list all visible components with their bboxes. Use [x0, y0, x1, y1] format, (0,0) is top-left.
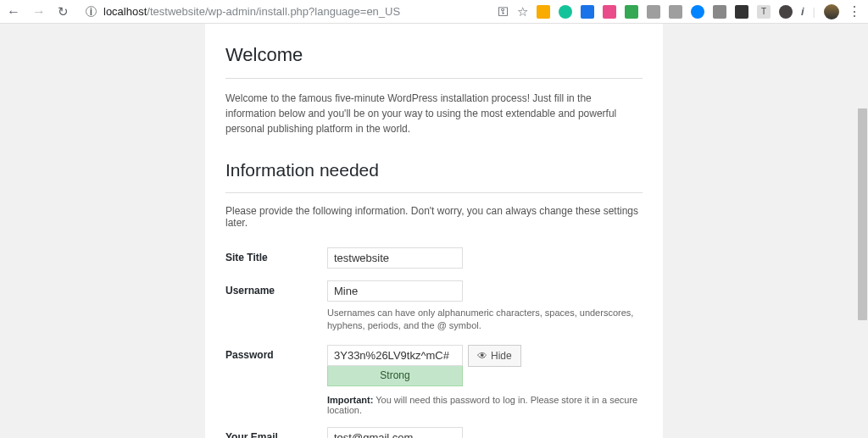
browser-menu-icon[interactable]: ⋮ [848, 3, 861, 19]
password-important-note: Important: You will need this password t… [327, 395, 643, 415]
extension-icon[interactable] [713, 5, 726, 19]
extension-icon[interactable] [669, 5, 682, 19]
profile-avatar[interactable] [824, 4, 839, 19]
section-subtext: Please provide the following information… [225, 205, 643, 229]
extension-icon[interactable] [691, 5, 704, 19]
extension-icon[interactable] [647, 5, 660, 19]
password-label: Password [225, 345, 327, 361]
url-path: /testwebsite/wp-admin/install.php?langua… [147, 5, 400, 18]
username-label: Username [225, 280, 327, 297]
back-button[interactable]: ← [7, 4, 20, 19]
bookmark-star-icon[interactable]: ☆ [517, 4, 528, 19]
username-input[interactable] [327, 280, 463, 302]
scrollbar-track[interactable] [856, 24, 868, 438]
site-title-label: Site Title [225, 247, 327, 263]
hide-password-button[interactable]: 👁 Hide [468, 345, 521, 367]
username-hint: Usernames can have only alphanumeric cha… [327, 307, 643, 333]
extension-icon[interactable]: i [801, 5, 804, 18]
extension-icon[interactable] [559, 5, 572, 19]
email-input[interactable] [327, 427, 463, 438]
reload-button[interactable]: ↻ [58, 4, 69, 19]
password-strength-meter: Strong [327, 365, 463, 386]
section-heading: Information needed [225, 160, 643, 180]
extension-icon[interactable] [603, 5, 616, 19]
forward-button[interactable]: → [32, 4, 46, 19]
page-title: Welcome [225, 44, 643, 66]
extension-icon[interactable]: T [757, 5, 771, 19]
eye-slash-icon: 👁 [477, 350, 487, 362]
scrollbar-thumb[interactable] [858, 108, 867, 320]
site-info-icon[interactable]: i [86, 6, 97, 17]
browser-toolbar: ← → ↻ i localhost/testwebsite/wp-admin/i… [0, 0, 868, 24]
page-background: Welcome Welcome to the famous five-minut… [0, 24, 868, 438]
email-label: Your Email [225, 427, 327, 438]
wordpress-icon[interactable] [779, 5, 793, 19]
intro-text: Welcome to the famous five-minute WordPr… [225, 91, 643, 136]
key-icon[interactable]: ⚿ [498, 5, 509, 18]
install-form: Welcome Welcome to the famous five-minut… [205, 24, 663, 438]
extension-icon[interactable] [581, 5, 594, 19]
site-title-input[interactable] [327, 247, 463, 269]
password-input[interactable] [327, 345, 463, 366]
extension-icon[interactable] [735, 5, 748, 19]
url-host: localhost [103, 5, 147, 18]
address-bar[interactable]: i localhost/testwebsite/wp-admin/install… [77, 3, 489, 21]
extension-icon[interactable] [625, 5, 638, 19]
extension-icon[interactable] [537, 5, 550, 19]
